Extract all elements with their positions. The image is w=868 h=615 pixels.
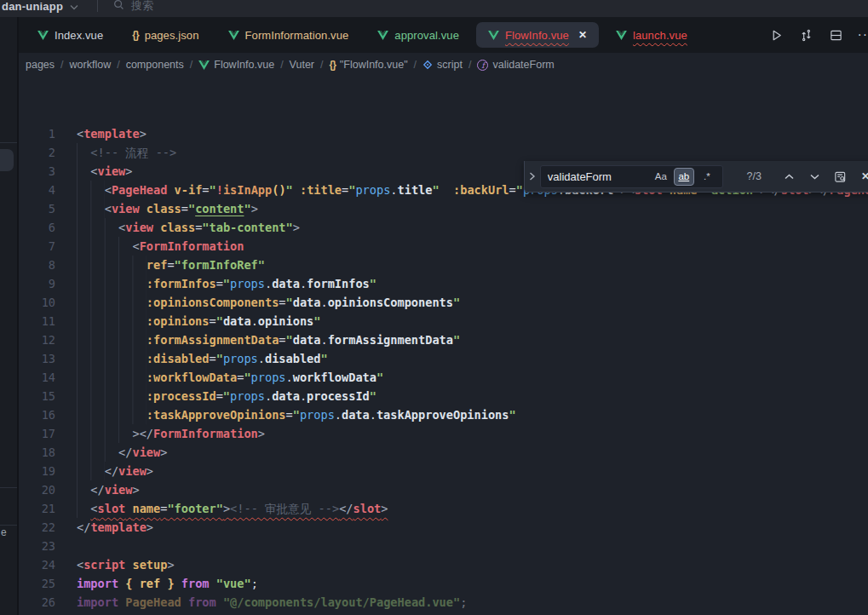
breadcrumb-item[interactable]: FlowInfo.vue [198,59,274,71]
toggle-replace-icon[interactable] [525,161,540,192]
code-line: 22</template> [19,518,868,537]
code-line: 13:disabled="props.disabled" [19,349,868,368]
tab-pages-json[interactable]: { }pages.json [120,22,210,48]
code-area: 1<template>2<!-- 流程 -->3<view>4<PageHead… [19,124,868,612]
breadcrumb: pages/workflow/components/FlowInfo.vue/V… [19,53,868,77]
chevron-down-icon [70,0,78,13]
find-in-selection-icon[interactable] [831,167,849,186]
breadcrumb-item[interactable]: workflow [70,59,112,71]
vscode-window: dan-uniapp 搜索 e Index.vue{ }pages.jsonFo… [0,0,868,615]
code-line: 5<view class="content"> [19,199,868,218]
tab-forminformation-vue[interactable]: FormInformation.vue [216,22,361,48]
module-icon [423,60,433,70]
vue-file-icon [616,31,627,40]
tab-label: approval.vue [394,29,459,42]
editor-actions: ··· [767,20,868,49]
breadcrumb-item[interactable]: Vuter [290,59,314,71]
line-number: 2 [19,143,55,162]
braces-icon: { } [330,59,336,71]
line-number: 24 [19,555,55,574]
breadcrumb-label: validateForm [492,59,554,71]
breadcrumb-item[interactable]: components [126,59,184,71]
tab-launch-vue[interactable]: launch.vue [604,22,699,48]
find-match-count: ?/3 [737,170,771,182]
vue-file-icon [488,31,499,40]
code-line: 10:opinionsComponents="data.opinionsComp… [19,293,868,312]
breadcrumb-separator: / [320,59,323,71]
next-match-icon[interactable] [805,167,824,186]
breadcrumb-separator: / [414,59,417,71]
find-options: Aaab.* [648,168,717,186]
line-number: 10 [19,293,55,312]
code-line: 20</view> [19,480,868,499]
breadcrumb-label: components [126,59,184,71]
close-find-icon[interactable]: ✕ [856,167,868,186]
breadcrumb-item[interactable]: fvalidateForm [477,59,554,71]
line-number: 12 [19,330,55,349]
code-line: 21<slot name="footer"><!-- 审批意见 --></slo… [19,499,868,518]
previous-match-icon[interactable] [779,167,798,186]
line-number: 19 [19,462,55,480]
breadcrumb-separator: / [190,59,193,71]
line-number: 21 [19,499,55,518]
line-number: 23 [19,537,55,555]
code-line: 2<!-- 流程 --> [19,143,868,162]
line-number: 6 [19,218,55,237]
search-icon [113,0,124,13]
line-number: 4 [19,181,55,199]
breadcrumb-label: "FlowInfo.vue" [340,59,408,71]
json-file-icon: { } [132,29,138,41]
titlebar-divider [97,0,98,12]
tab-index-vue[interactable]: Index.vue [26,22,115,48]
run-icon[interactable] [767,26,785,44]
code-line: 8ref="formInfoRef" [19,256,868,274]
function-icon: f [477,60,488,71]
code-line: 26import PageHead from "@/components/lay… [19,593,868,612]
whole-word-toggle[interactable]: ab [674,168,694,186]
breadcrumb-label: script [437,59,463,71]
vue-file-icon [228,31,239,40]
sliver-partial-text: e [1,526,7,538]
line-number: 14 [19,368,55,387]
breadcrumb-separator: / [280,59,283,71]
vue-icon [198,60,210,70]
line-number: 15 [19,387,55,405]
line-number: 25 [19,574,55,593]
code-line: 7<FormInformation [19,237,868,256]
code-editor[interactable]: Aaab.* ?/3 ✕ 1<template>2<!-- 流程 -->3<vi… [19,77,868,615]
code-line: 12:formAssignmentData="data.formAssignme… [19,330,868,349]
close-tab-icon[interactable]: ✕ [578,29,587,41]
find-widget: Aaab.* ?/3 ✕ [524,161,868,193]
sliver-selection [0,149,14,171]
vue-file-icon [377,31,388,40]
title-bar: dan-uniapp 搜索 [0,0,868,17]
tab-flowinfo-vue[interactable]: FlowInfo.vue✕ [476,22,599,48]
breadcrumb-item[interactable]: pages [26,59,55,71]
breadcrumb-label: workflow [70,59,112,71]
tab-approval-vue[interactable]: approval.vue [365,22,471,48]
code-line: 19</view> [19,462,868,480]
line-number: 16 [19,405,55,424]
find-input[interactable] [548,170,648,183]
code-line: 23 [19,537,868,555]
open-changes-icon[interactable] [796,26,815,44]
sliver-divider [0,487,17,488]
code-line: 14:workflowData="props.workflowData" [19,368,868,387]
regex-toggle[interactable]: .* [697,168,717,186]
breadcrumb-item[interactable]: { }"FlowInfo.vue" [330,59,408,71]
project-selector[interactable]: dan-uniapp [0,0,78,13]
breadcrumb-label: pages [26,59,55,71]
match-case-toggle[interactable]: Aa [651,168,671,186]
breadcrumb-separator: / [60,59,63,71]
editor-tab-strip: Index.vue{ }pages.jsonFormInformation.vu… [19,17,868,53]
explorer-sliver: e [0,17,19,615]
split-editor-icon[interactable] [826,26,845,44]
breadcrumb-label: FlowInfo.vue [214,59,274,71]
code-line: 9:formInfos="props.data.formInfos" [19,274,868,293]
line-number: 3 [19,162,55,181]
global-search-box[interactable]: 搜索 [113,0,153,14]
more-actions-icon[interactable]: ··· [856,26,868,44]
tab-label: FlowInfo.vue [505,29,569,42]
code-line: 25import { ref } from "vue"; [19,574,868,593]
breadcrumb-item[interactable]: script [423,59,463,71]
